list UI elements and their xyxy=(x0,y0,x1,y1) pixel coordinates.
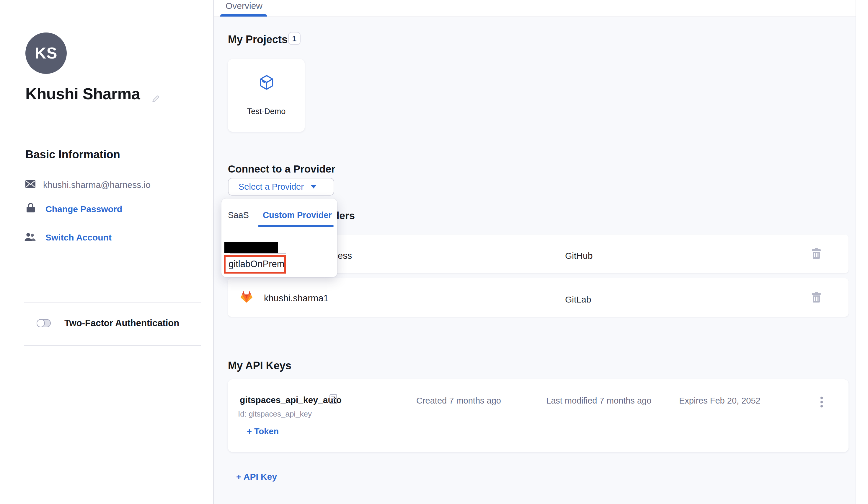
profile-name: Khushi Sharma xyxy=(25,85,140,103)
gitlab-onprem-option-highlight[interactable]: gitlabOnPrem xyxy=(224,255,286,274)
my-api-keys-title: My API Keys xyxy=(228,360,291,372)
mail-icon xyxy=(25,180,35,190)
profile-page: KS Khushi Sharma Basic Information khush… xyxy=(0,0,868,504)
lock-icon xyxy=(27,203,35,215)
add-token-link[interactable]: + Token xyxy=(247,426,279,436)
connect-provider-title: Connect to a Provider xyxy=(228,163,335,175)
provider-account-partial: ess xyxy=(338,251,352,261)
provider-account: khushi.sharma1 xyxy=(264,293,329,304)
basic-information-title: Basic Information xyxy=(25,148,120,161)
sidebar-divider-top xyxy=(24,302,201,303)
avatar-initials: KS xyxy=(34,44,57,62)
main-content: Overview My Projects 1 Test-Demo Connect… xyxy=(214,0,856,504)
api-key-expires: Expires Feb 20, 2052 xyxy=(679,396,761,405)
provider-type: GitLab xyxy=(565,294,591,304)
delete-provider-icon[interactable] xyxy=(812,248,821,261)
api-key-row: gitspaces_api_key_auto Id: gitspaces_api… xyxy=(228,379,848,452)
dropdown-tab-underline xyxy=(258,225,334,227)
right-gutter xyxy=(856,0,868,504)
select-provider-button[interactable]: Select a Provider xyxy=(228,178,334,195)
dropdown-item-underline xyxy=(230,253,286,254)
project-name: Test-Demo xyxy=(228,107,305,116)
tab-bar: Overview xyxy=(214,0,856,17)
user-email: khushi.sharma@harness.io xyxy=(43,180,151,190)
chevron-down-icon xyxy=(311,185,317,189)
dropdown-tab-custom-provider[interactable]: Custom Provider xyxy=(263,210,332,220)
toggle-knob xyxy=(37,319,45,327)
gitlab-logo-icon xyxy=(239,290,254,306)
provider-dropdown-panel: SaaS Custom Provider gitlabOnPrem xyxy=(221,199,337,277)
api-key-modified: Last modified 7 months ago xyxy=(546,396,651,405)
change-password-link[interactable]: Change Password xyxy=(45,204,122,214)
package-icon xyxy=(259,74,275,93)
my-projects-title: My Projects xyxy=(228,34,288,46)
dropdown-tab-saas[interactable]: SaaS xyxy=(228,210,249,220)
two-factor-label: Two-Factor Authentication xyxy=(64,318,179,329)
provider-row-gitlab[interactable]: khushi.sharma1 GitLab xyxy=(228,278,848,317)
add-api-key-link[interactable]: + API Key xyxy=(236,472,277,482)
dropdown-item-gitlabonprem[interactable]: gitlabOnPrem xyxy=(226,257,284,271)
select-provider-label: Select a Provider xyxy=(239,182,304,191)
sidebar-divider-bottom xyxy=(24,345,201,346)
copy-icon[interactable] xyxy=(330,394,337,406)
api-key-name: gitspaces_api_key_auto xyxy=(240,395,342,405)
redacted-provider-item[interactable] xyxy=(224,242,278,253)
kebab-menu-icon[interactable] xyxy=(819,395,824,411)
project-card[interactable]: Test-Demo xyxy=(228,59,305,132)
delete-provider-icon[interactable] xyxy=(812,292,821,305)
avatar: KS xyxy=(25,32,67,74)
api-key-created: Created 7 months ago xyxy=(416,396,501,405)
projects-count-badge: 1 xyxy=(288,32,301,45)
switch-account-icon xyxy=(24,233,36,244)
two-factor-toggle[interactable] xyxy=(37,319,51,327)
api-key-id: Id: gitspaces_api_key xyxy=(238,410,312,418)
tab-overview[interactable]: Overview xyxy=(226,1,262,11)
switch-account-link[interactable]: Switch Account xyxy=(45,232,112,242)
provider-type: GitHub xyxy=(565,251,592,261)
edit-name-icon[interactable] xyxy=(151,94,160,106)
profile-sidebar: KS Khushi Sharma Basic Information khush… xyxy=(0,0,214,504)
tab-overview-underline xyxy=(220,14,267,17)
